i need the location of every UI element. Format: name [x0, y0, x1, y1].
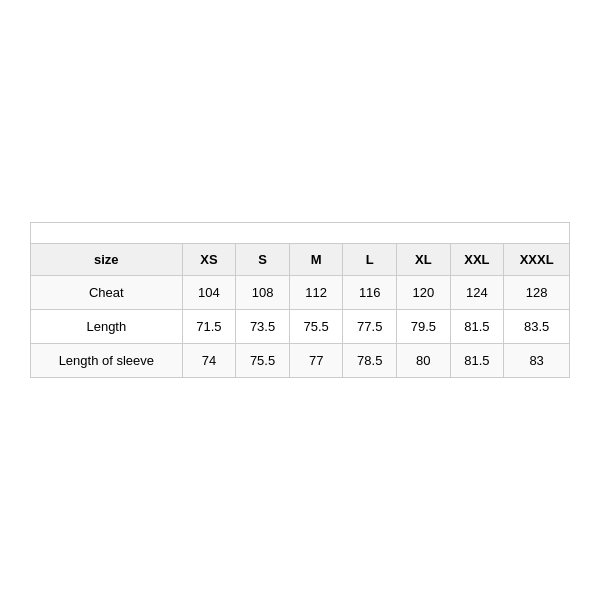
cell-2-5: 81.5 [450, 344, 504, 378]
cell-2-4: 80 [397, 344, 451, 378]
table-row: Length of sleeve7475.57778.58081.583 [31, 344, 570, 378]
cell-0-1: 108 [236, 276, 290, 310]
cell-0-0: 104 [182, 276, 236, 310]
cell-0-5: 124 [450, 276, 504, 310]
cell-1-0: 71.5 [182, 310, 236, 344]
size-chart-wrapper: sizeXSSMLXLXXLXXXL Cheat1041081121161201… [30, 222, 570, 378]
chart-title [31, 223, 570, 244]
cell-0-3: 116 [343, 276, 397, 310]
table-row: Cheat104108112116120124128 [31, 276, 570, 310]
title-row [31, 223, 570, 244]
col-header-L: L [343, 244, 397, 276]
cell-2-1: 75.5 [236, 344, 290, 378]
cell-2-0: 74 [182, 344, 236, 378]
cell-0-4: 120 [397, 276, 451, 310]
col-header-XXXL: XXXL [504, 244, 570, 276]
col-header-XXL: XXL [450, 244, 504, 276]
cell-1-3: 77.5 [343, 310, 397, 344]
header-row: sizeXSSMLXLXXLXXXL [31, 244, 570, 276]
table-row: Length71.573.575.577.579.581.583.5 [31, 310, 570, 344]
col-header-XS: XS [182, 244, 236, 276]
cell-1-6: 83.5 [504, 310, 570, 344]
cell-2-6: 83 [504, 344, 570, 378]
cell-0-2: 112 [289, 276, 343, 310]
row-label-2: Length of sleeve [31, 344, 183, 378]
col-size-label: size [31, 244, 183, 276]
cell-2-3: 78.5 [343, 344, 397, 378]
cell-1-5: 81.5 [450, 310, 504, 344]
row-label-1: Length [31, 310, 183, 344]
col-header-XL: XL [397, 244, 451, 276]
cell-1-1: 73.5 [236, 310, 290, 344]
col-header-S: S [236, 244, 290, 276]
cell-1-4: 79.5 [397, 310, 451, 344]
cell-0-6: 128 [504, 276, 570, 310]
cell-1-2: 75.5 [289, 310, 343, 344]
col-header-M: M [289, 244, 343, 276]
cell-2-2: 77 [289, 344, 343, 378]
row-label-0: Cheat [31, 276, 183, 310]
size-chart-table: sizeXSSMLXLXXLXXXL Cheat1041081121161201… [30, 222, 570, 378]
